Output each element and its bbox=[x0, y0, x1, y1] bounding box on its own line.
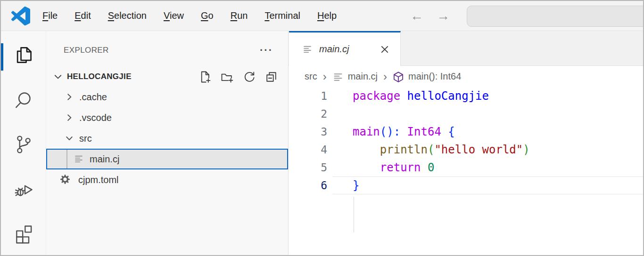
breadcrumb-symbol-label: main(): Int64 bbox=[408, 71, 461, 82]
code-token: "hello world" bbox=[434, 143, 523, 156]
activity-bar bbox=[1, 31, 46, 255]
nav-forward-icon[interactable]: → bbox=[437, 9, 450, 23]
chevron-down-icon bbox=[64, 133, 74, 144]
code-token bbox=[400, 125, 407, 138]
history-navigation: ← → bbox=[410, 1, 450, 31]
code-line-6[interactable]: 6} bbox=[289, 176, 643, 194]
code-line-3[interactable]: 3main(): Int64 { bbox=[289, 123, 643, 141]
tree-item-label: .cache bbox=[79, 92, 107, 103]
tab-bar: main.cj bbox=[289, 31, 643, 66]
code-token: ( bbox=[428, 143, 434, 156]
editor-group: main.cj src › main.cj › main(): Int64 bbox=[289, 31, 643, 255]
line-number: 5 bbox=[289, 159, 327, 176]
code-token: helloCangjie bbox=[407, 89, 489, 103]
tree-item-vscode[interactable]: .vscode bbox=[46, 107, 288, 128]
menu-bar: FileEditSelectionViewGoRunTerminalHelp bbox=[42, 10, 337, 21]
explorer-title-row: EXPLORER ··· bbox=[46, 42, 288, 58]
breadcrumb-src[interactable]: src bbox=[305, 71, 317, 82]
menu-edit[interactable]: Edit bbox=[74, 10, 91, 21]
line-content: println("hello world") bbox=[289, 141, 643, 159]
tree-item-label: main.cj bbox=[90, 154, 119, 165]
source-control-icon[interactable] bbox=[13, 134, 34, 155]
breadcrumb-separator: › bbox=[323, 71, 327, 82]
line-number: 3 bbox=[289, 123, 327, 141]
menu-go[interactable]: Go bbox=[201, 10, 214, 21]
line-number: 2 bbox=[289, 105, 327, 123]
line-number: 1 bbox=[289, 87, 327, 105]
menu-run[interactable]: Run bbox=[231, 10, 248, 21]
code-token: Int64 bbox=[407, 125, 441, 138]
code-token bbox=[400, 89, 407, 103]
file-tree: .cache.vscodesrcmain.cjcjpm.toml bbox=[46, 87, 288, 190]
tree-item-label: .vscode bbox=[79, 112, 112, 123]
code-token: { bbox=[448, 125, 454, 138]
code-line-4[interactable]: 4 println("hello world") bbox=[289, 141, 643, 159]
run-and-debug-icon[interactable] bbox=[13, 179, 34, 200]
tree-item-cjpmtoml[interactable]: cjpm.toml bbox=[46, 169, 288, 190]
code-token: println bbox=[380, 143, 428, 156]
file-lines-icon bbox=[74, 153, 85, 165]
tree-item-src[interactable]: src bbox=[46, 128, 288, 149]
active-view-indicator bbox=[1, 43, 3, 71]
code-token bbox=[421, 161, 428, 174]
tree-indent-guide bbox=[66, 150, 67, 168]
menu-help[interactable]: Help bbox=[317, 10, 337, 21]
chevron-right-icon bbox=[64, 112, 74, 123]
code-token bbox=[441, 125, 448, 138]
code-line-1[interactable]: 1package helloCangjie bbox=[289, 87, 643, 105]
code-line-2[interactable]: 2 bbox=[289, 105, 643, 123]
code-area[interactable]: 1package helloCangjie23main(): Int64 {4 … bbox=[289, 87, 643, 255]
tree-item-label: src bbox=[79, 133, 92, 144]
breadcrumb: src › main.cj › main(): Int64 bbox=[289, 66, 643, 87]
code-token: ) bbox=[523, 143, 529, 156]
gear-icon bbox=[60, 174, 71, 185]
new-folder-icon[interactable] bbox=[221, 71, 233, 83]
close-icon[interactable] bbox=[380, 44, 390, 55]
current-line-highlight bbox=[332, 176, 643, 194]
code-token bbox=[353, 143, 380, 156]
tab-title: main.cj bbox=[319, 44, 349, 55]
tab-main-cj[interactable]: main.cj bbox=[289, 31, 401, 66]
chevron-down-icon bbox=[53, 72, 63, 82]
breadcrumb-file-label: main.cj bbox=[348, 71, 378, 82]
code-token: return bbox=[380, 161, 421, 174]
line-number: 4 bbox=[289, 141, 327, 159]
refresh-icon[interactable] bbox=[243, 71, 256, 83]
code-token bbox=[353, 161, 380, 174]
vscode-window: FileEditSelectionViewGoRunTerminalHelp ←… bbox=[0, 0, 644, 256]
collapse-all-icon[interactable] bbox=[265, 71, 278, 83]
menu-selection[interactable]: Selection bbox=[108, 10, 147, 21]
explorer-title: EXPLORER bbox=[64, 46, 109, 55]
code-token: (): bbox=[380, 125, 400, 138]
title-bar: FileEditSelectionViewGoRunTerminalHelp ←… bbox=[1, 1, 643, 31]
code-token: 0 bbox=[428, 161, 434, 174]
line-number: 6 bbox=[289, 176, 327, 194]
tree-item-cache[interactable]: .cache bbox=[46, 87, 288, 107]
nav-back-icon[interactable]: ← bbox=[410, 9, 423, 23]
chevron-right-icon bbox=[64, 92, 74, 102]
explorer-sidebar: EXPLORER ··· HELLOCANGJIE .cache bbox=[46, 31, 289, 255]
tree-item-maincj[interactable]: main.cj bbox=[46, 149, 288, 169]
breadcrumb-file[interactable]: main.cj bbox=[332, 71, 378, 82]
search-icon[interactable] bbox=[13, 89, 34, 110]
file-lines-icon bbox=[302, 44, 314, 55]
more-actions-icon[interactable]: ··· bbox=[260, 42, 273, 58]
explorer-icon[interactable] bbox=[13, 45, 34, 65]
workspace-section-header[interactable]: HELLOCANGJIE bbox=[46, 67, 288, 87]
extensions-icon[interactable] bbox=[13, 224, 34, 244]
command-center-search-input[interactable] bbox=[467, 6, 644, 27]
line-content: return 0 bbox=[289, 159, 643, 176]
file-lines-icon bbox=[332, 71, 344, 82]
breadcrumb-separator: › bbox=[383, 71, 387, 82]
explorer-actions bbox=[198, 71, 278, 83]
breadcrumb-symbol[interactable]: main(): Int64 bbox=[393, 71, 461, 82]
vscode-logo-icon bbox=[11, 7, 30, 25]
code-line-5[interactable]: 5 return 0 bbox=[289, 159, 643, 176]
menu-terminal[interactable]: Terminal bbox=[264, 10, 300, 21]
menu-file[interactable]: File bbox=[42, 10, 58, 21]
tree-item-label: cjpm.toml bbox=[78, 175, 119, 185]
new-file-icon[interactable] bbox=[198, 71, 211, 83]
menu-view[interactable]: View bbox=[164, 10, 184, 21]
symbol-method-icon bbox=[393, 71, 404, 82]
indent-guide bbox=[354, 197, 354, 232]
